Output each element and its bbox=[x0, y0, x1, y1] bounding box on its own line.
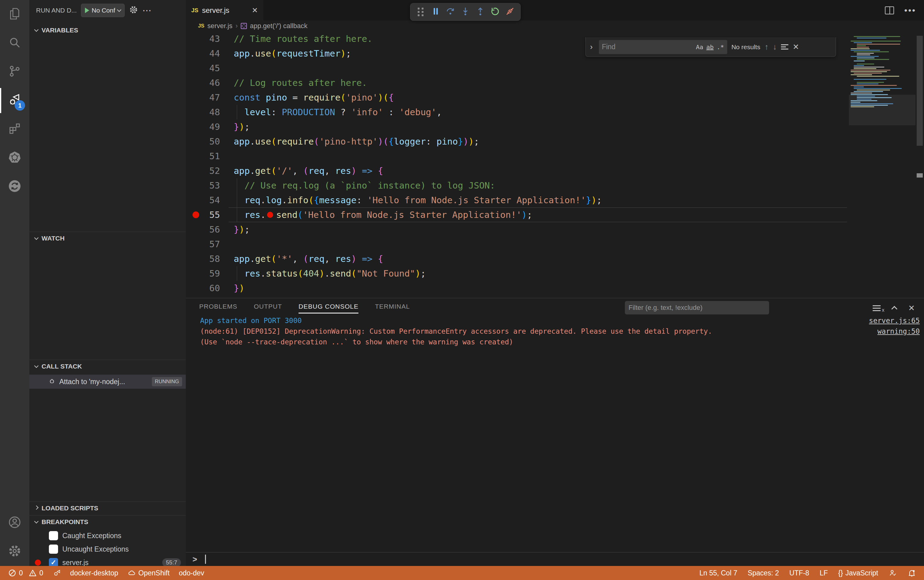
code-line[interactable]: 58app.get('*', (req, res) => { bbox=[186, 252, 924, 266]
code-line[interactable]: 57 bbox=[186, 237, 924, 252]
line-number[interactable]: 55 bbox=[186, 209, 220, 220]
toolbar-drag-handle[interactable] bbox=[414, 5, 427, 19]
editor-more-actions-icon[interactable]: ••• bbox=[904, 5, 916, 15]
minimap-slider[interactable] bbox=[849, 95, 916, 125]
line-number[interactable]: 52 bbox=[186, 166, 220, 176]
breakpoint-row[interactable]: Uncaught Exceptions bbox=[29, 542, 186, 556]
code-line[interactable]: 48 level: PRODUCTION ? 'info' : 'debug', bbox=[186, 105, 924, 119]
whole-word-icon[interactable]: ab bbox=[706, 43, 713, 51]
encoding-status[interactable]: UTF-8 bbox=[789, 569, 809, 577]
code-line[interactable]: 56}); bbox=[186, 222, 924, 237]
line-number[interactable]: 45 bbox=[186, 63, 220, 73]
code-line[interactable]: 49}); bbox=[186, 119, 924, 134]
debug-console-output[interactable]: App started on PORT 3000server.js:65(nod… bbox=[200, 315, 920, 348]
line-number[interactable]: 47 bbox=[186, 92, 220, 103]
call-stack-section-header[interactable]: CALL STACK bbox=[29, 360, 186, 372]
code-line[interactable]: 53 // Use req.log (a `pino` instance) to… bbox=[186, 178, 924, 193]
scrollbar-thumb[interactable] bbox=[917, 36, 923, 146]
find-input[interactable] bbox=[602, 43, 693, 51]
line-number[interactable]: 57 bbox=[186, 239, 220, 249]
cursor-position-status[interactable]: Ln 55, Col 7 bbox=[699, 569, 737, 577]
notifications-bell-icon[interactable] bbox=[908, 569, 916, 577]
step-out-button[interactable] bbox=[474, 5, 487, 19]
find-input-box[interactable]: Aa ab .* bbox=[599, 40, 727, 54]
openshift-status[interactable]: OpenShift bbox=[127, 569, 170, 577]
line-number[interactable]: 58 bbox=[186, 254, 220, 264]
line-number[interactable]: 43 bbox=[186, 34, 220, 44]
activity-openshift[interactable] bbox=[0, 172, 29, 201]
indentation-status[interactable]: Spaces: 2 bbox=[748, 569, 779, 577]
line-number[interactable]: 48 bbox=[186, 107, 220, 117]
debug-settings-gear-icon[interactable] bbox=[129, 5, 138, 16]
breakpoints-section-header[interactable]: BREAKPOINTS bbox=[29, 515, 186, 528]
editor-scrollbar[interactable] bbox=[916, 20, 924, 298]
breadcrumb[interactable]: JS server.js › app.get('/') callback bbox=[186, 20, 924, 31]
breakpoint-checkbox[interactable] bbox=[49, 531, 58, 540]
pause-button[interactable] bbox=[429, 5, 443, 19]
close-tab-icon[interactable]: ✕ bbox=[252, 6, 258, 15]
step-into-button[interactable] bbox=[459, 5, 472, 19]
tab-debug-console[interactable]: DEBUG CONSOLE bbox=[298, 303, 358, 313]
watch-section-header[interactable]: WATCH bbox=[29, 232, 186, 244]
loaded-scripts-section-header[interactable]: LOADED SCRIPTS bbox=[29, 501, 186, 514]
breakpoint-row[interactable]: Caught Exceptions bbox=[29, 529, 186, 542]
activity-search[interactable] bbox=[0, 29, 29, 58]
line-number[interactable]: 51 bbox=[186, 151, 220, 161]
line-number[interactable]: 49 bbox=[186, 122, 220, 132]
code-area[interactable]: 43// Time routes after here.44app.use(re… bbox=[186, 31, 924, 298]
previous-match-icon[interactable]: ↑ bbox=[764, 42, 769, 52]
sidebar-more-actions-icon[interactable]: ⋯ bbox=[142, 7, 152, 13]
close-panel-icon[interactable]: ✕ bbox=[908, 303, 915, 313]
line-number[interactable]: 46 bbox=[186, 77, 220, 88]
call-stack-session-row[interactable]: Attach to 'my-nodej... RUNNING bbox=[29, 375, 186, 389]
code-line[interactable]: 46// Log routes after here. bbox=[186, 76, 924, 90]
line-number[interactable]: 60 bbox=[186, 283, 220, 293]
code-line[interactable]: 52app.get('/', (req, res) => { bbox=[186, 163, 924, 178]
code-line[interactable]: 51 bbox=[186, 149, 924, 163]
breakpoint-dot-icon[interactable] bbox=[193, 211, 199, 218]
step-over-button[interactable] bbox=[444, 5, 457, 19]
code-line[interactable]: 54 req.log.info({message: 'Hello from No… bbox=[186, 193, 924, 208]
code-line[interactable]: 59 res.status(404).send("Not Found"); bbox=[186, 266, 924, 281]
activity-run-and-debug[interactable]: 1 bbox=[0, 86, 29, 115]
tab-output[interactable]: OUTPUT bbox=[254, 303, 282, 313]
find-in-selection-icon[interactable] bbox=[781, 44, 788, 49]
split-editor-icon[interactable] bbox=[885, 7, 894, 14]
activity-extensions[interactable] bbox=[0, 115, 29, 143]
code-line[interactable]: 60}) bbox=[186, 281, 924, 295]
code-line[interactable]: 55 res.send('Hello from Node.js Starter … bbox=[186, 208, 924, 222]
breakpoint-checkbox[interactable] bbox=[49, 545, 58, 554]
source-link[interactable]: server.js:65 bbox=[869, 315, 920, 326]
code-line[interactable]: 50app.use(require('pino-http')({logger: … bbox=[186, 134, 924, 149]
maximize-panel-icon[interactable] bbox=[891, 306, 898, 312]
debug-console-input[interactable]: > bbox=[186, 552, 924, 566]
eol-status[interactable]: LF bbox=[820, 569, 828, 577]
line-number[interactable]: 53 bbox=[186, 180, 220, 191]
accounts-check-icon[interactable] bbox=[889, 569, 897, 577]
line-number[interactable]: 59 bbox=[186, 268, 220, 279]
docker-context-status[interactable]: docker-desktop bbox=[70, 569, 118, 577]
next-match-icon[interactable]: ↓ bbox=[773, 42, 777, 52]
tab-terminal[interactable]: TERMINAL bbox=[375, 303, 410, 313]
regex-icon[interactable]: .* bbox=[717, 43, 724, 51]
line-number[interactable]: 56 bbox=[186, 224, 220, 235]
activity-kubernetes[interactable] bbox=[0, 143, 29, 172]
clear-console-icon[interactable]: x bbox=[873, 305, 881, 311]
line-number[interactable]: 50 bbox=[186, 136, 220, 147]
source-link[interactable]: warning:50 bbox=[878, 326, 920, 337]
tab-problems[interactable]: PROBLEMS bbox=[199, 303, 237, 313]
variables-section-header[interactable]: VARIABLES bbox=[29, 24, 186, 37]
restart-button[interactable] bbox=[488, 5, 502, 19]
minimap[interactable] bbox=[849, 31, 916, 298]
console-filter-box[interactable] bbox=[625, 301, 769, 315]
line-number[interactable]: 44 bbox=[186, 48, 220, 59]
console-filter-input[interactable] bbox=[629, 304, 766, 312]
activity-accounts[interactable] bbox=[0, 509, 29, 537]
disconnect-button[interactable] bbox=[503, 5, 517, 19]
tab-server-js[interactable]: JS server.js ✕ bbox=[186, 0, 264, 20]
debug-status-icon[interactable] bbox=[53, 569, 61, 577]
code-line[interactable]: 47const pino = require('pino')({ bbox=[186, 90, 924, 105]
start-debug-config-button[interactable]: No Conf bbox=[81, 4, 125, 17]
code-line[interactable]: 45 bbox=[186, 61, 924, 76]
activity-explorer[interactable] bbox=[0, 0, 29, 29]
